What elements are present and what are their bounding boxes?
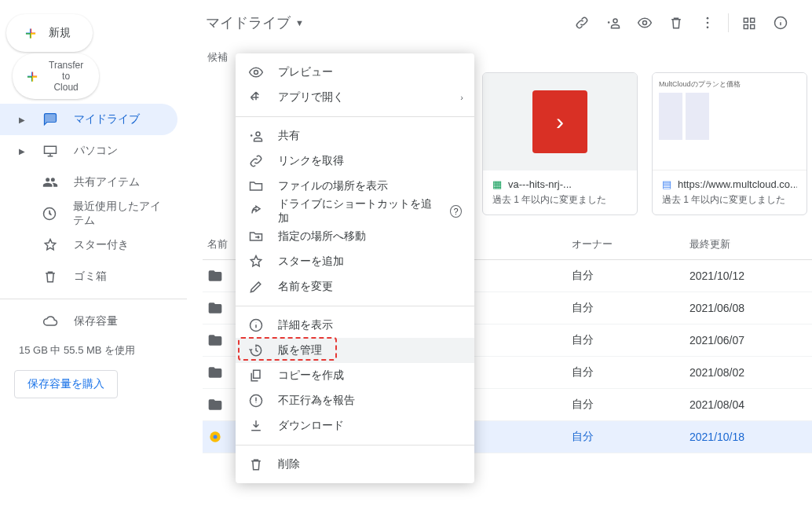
owner-cell: 自分 (572, 365, 689, 380)
nav-label: マイドライブ (74, 112, 140, 126)
folder-icon (207, 397, 231, 412)
nav-label: 共有アイテム (74, 175, 140, 189)
doc-icon: ▤ (662, 178, 671, 190)
star-icon (248, 254, 264, 270)
ctx-open-with[interactable]: アプリで開く› (236, 85, 474, 110)
trash-icon (248, 456, 264, 472)
clock-icon (42, 206, 57, 222)
sidebar-item-storage[interactable]: 保存容量 (0, 306, 177, 337)
modified-cell: 2021/08/04 (689, 398, 807, 411)
ctx-download[interactable]: ダウンロード (236, 413, 474, 438)
ctx-rename[interactable]: 名前を変更 (236, 274, 474, 299)
share-button[interactable] (598, 7, 629, 38)
ctx-star[interactable]: スターを追加 (236, 249, 474, 274)
warning-icon (248, 393, 264, 409)
cloud-icon (42, 314, 58, 329)
ctx-details[interactable]: 詳細を表示 (236, 313, 474, 338)
ctx-preview[interactable]: プレビュー (236, 60, 474, 85)
sidebar: ＋ 新規 ＋ TransfertoCloud ▶ マイドライブ ▶ パソコン 共… (0, 0, 187, 517)
sidebar-nav: ▶ マイドライブ ▶ パソコン 共有アイテム 最近使用したアイテム スター付き (0, 104, 187, 405)
modified-cell: 2021/08/02 (689, 366, 807, 379)
owner-cell: 自分 (572, 269, 689, 283)
modified-cell: 2021/10/18 (689, 431, 807, 443)
sidebar-item-shared[interactable]: 共有アイテム (0, 167, 177, 198)
star-icon (42, 237, 58, 253)
ctx-versions[interactable]: 版を管理 (236, 338, 474, 363)
owner-cell: 自分 (572, 333, 689, 347)
ctx-report[interactable]: 不正行為を報告 (236, 388, 474, 413)
suggestion-card[interactable]: MultCloudのプランと価格 ▤https://www.multcloud.… (652, 72, 807, 215)
folder-icon (207, 268, 231, 284)
transfer-button[interactable]: ＋ TransfertoCloud (13, 53, 99, 99)
computer-icon (42, 143, 58, 159)
ctx-get-link[interactable]: リンクを取得 (236, 148, 474, 174)
sidebar-item-mydrive[interactable]: ▶ マイドライブ (0, 104, 177, 135)
storage-usage: 15 GB 中 55.5 MB を使用 (0, 337, 187, 364)
delete-button[interactable] (660, 7, 692, 38)
ctx-add-shortcut[interactable]: ドライブにショートカットを追加? (236, 199, 474, 224)
eye-icon (248, 64, 264, 80)
sidebar-item-starred[interactable]: スター付き (0, 229, 177, 261)
owner-cell: 自分 (572, 398, 689, 412)
chevron-right-icon: › (460, 93, 463, 102)
info-icon (248, 317, 264, 333)
col-modified[interactable]: 最終更新 (689, 237, 807, 251)
sidebar-item-computers[interactable]: ▶ パソコン (0, 135, 177, 167)
svg-point-4 (707, 27, 709, 29)
ctx-move[interactable]: 指定の場所へ移動 (236, 224, 474, 249)
ctx-share[interactable]: 共有 (236, 123, 474, 148)
open-icon (248, 90, 264, 105)
breadcrumb[interactable]: マイドライブ ▼ (206, 13, 304, 32)
nav-label: 最近使用したアイテム (73, 200, 168, 228)
svg-point-7 (214, 435, 218, 439)
modified-cell: 2021/06/07 (689, 334, 807, 346)
image-icon (207, 429, 231, 445)
new-button[interactable]: ＋ 新規 (6, 14, 93, 52)
download-icon (248, 418, 264, 434)
pencil-icon (248, 279, 264, 295)
info-button[interactable] (765, 7, 796, 38)
folder-icon (207, 300, 231, 316)
owner-cell: 自分 (572, 430, 689, 444)
sheet-icon: › (532, 90, 587, 153)
people-icon (42, 174, 58, 190)
plus-icon: ＋ (24, 64, 41, 88)
folder-icon (207, 332, 231, 348)
sheet-icon: ▦ (492, 178, 502, 190)
caret-icon: ▶ (19, 116, 27, 124)
get-link-button[interactable] (566, 7, 598, 38)
chevron-down-icon: ▼ (295, 18, 304, 28)
copy-icon (248, 368, 264, 383)
owner-cell: 自分 (572, 301, 689, 315)
folder-icon (248, 178, 264, 194)
sidebar-item-trash[interactable]: ゴミ箱 (0, 261, 177, 292)
nav-label: スター付き (74, 238, 129, 252)
link-icon (248, 153, 264, 169)
svg-point-8 (254, 71, 258, 75)
caret-icon: ▶ (19, 147, 27, 156)
modified-cell: 2021/06/08 (689, 302, 807, 314)
ctx-copy[interactable]: コピーを作成 (236, 363, 474, 388)
col-owner[interactable]: オーナー (572, 237, 689, 251)
grid-view-button[interactable] (733, 7, 765, 38)
trash-icon (42, 269, 58, 284)
sidebar-item-recent[interactable]: 最近使用したアイテム (0, 198, 177, 229)
topbar: マイドライブ ▼ (203, 0, 812, 46)
add-person-icon (248, 128, 264, 144)
ctx-delete[interactable]: 削除 (236, 452, 474, 477)
history-icon (248, 343, 264, 358)
modified-cell: 2021/10/12 (689, 270, 807, 282)
svg-point-3 (707, 22, 709, 24)
more-button[interactable] (692, 7, 723, 38)
preview-button[interactable] (629, 7, 660, 38)
shortcut-icon (248, 204, 264, 219)
folder-icon (207, 365, 231, 380)
ctx-show-location[interactable]: ファイルの場所を表示 (236, 174, 474, 199)
new-button-label: 新規 (49, 26, 71, 40)
suggestion-card[interactable]: › ▦va---hits-nrj-... 過去 1 年以内に変更ました (482, 72, 638, 215)
buy-storage-button[interactable]: 保存容量を購入 (14, 370, 118, 398)
nav-label: ゴミ箱 (74, 270, 107, 284)
breadcrumb-label: マイドライブ (206, 13, 291, 32)
svg-point-2 (707, 17, 709, 20)
nav-label: パソコン (74, 144, 118, 158)
